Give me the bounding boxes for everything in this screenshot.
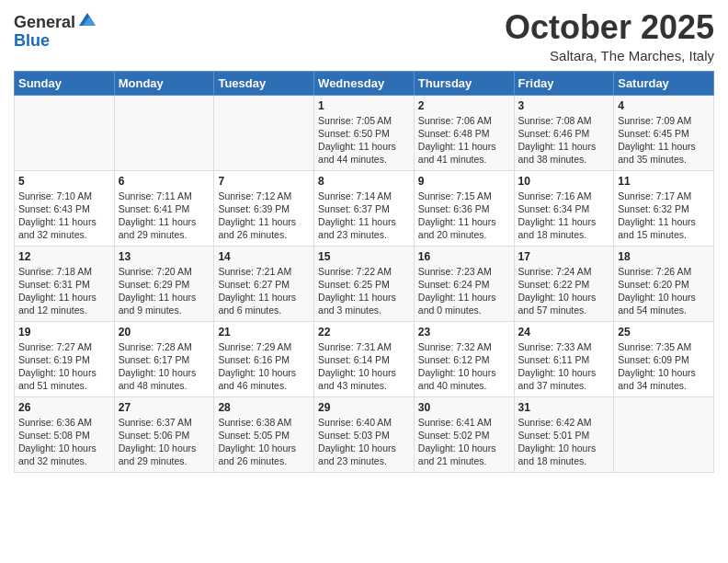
col-saturday: Saturday <box>614 71 714 95</box>
day-info: Sunrise: 7:23 AM Sunset: 6:24 PM Dayligh… <box>418 265 510 317</box>
day-info: Sunrise: 7:05 AM Sunset: 6:50 PM Dayligh… <box>318 114 410 167</box>
calendar-week-3: 19Sunrise: 7:27 AM Sunset: 6:19 PM Dayli… <box>15 321 714 396</box>
calendar-cell <box>15 95 115 170</box>
calendar-cell: 31Sunrise: 6:42 AM Sunset: 5:01 PM Dayli… <box>514 396 614 472</box>
calendar-cell: 23Sunrise: 7:32 AM Sunset: 6:12 PM Dayli… <box>414 321 514 396</box>
calendar-cell: 20Sunrise: 7:28 AM Sunset: 6:17 PM Dayli… <box>114 321 214 396</box>
day-number: 22 <box>318 326 410 339</box>
day-info: Sunrise: 7:17 AM Sunset: 6:32 PM Dayligh… <box>618 190 710 242</box>
day-info: Sunrise: 6:37 AM Sunset: 5:06 PM Dayligh… <box>119 416 210 468</box>
day-info: Sunrise: 7:20 AM Sunset: 6:29 PM Dayligh… <box>119 265 210 317</box>
day-info: Sunrise: 7:15 AM Sunset: 6:36 PM Dayligh… <box>418 190 510 242</box>
day-info: Sunrise: 7:35 AM Sunset: 6:09 PM Dayligh… <box>618 340 710 393</box>
day-info: Sunrise: 7:29 AM Sunset: 6:16 PM Dayligh… <box>218 340 310 393</box>
calendar-cell: 15Sunrise: 7:22 AM Sunset: 6:25 PM Dayli… <box>314 246 415 321</box>
calendar-cell: 16Sunrise: 7:23 AM Sunset: 6:24 PM Dayli… <box>414 246 514 321</box>
day-number: 24 <box>518 326 610 339</box>
day-number: 10 <box>518 175 610 188</box>
calendar-week-1: 5Sunrise: 7:10 AM Sunset: 6:43 PM Daylig… <box>15 170 714 246</box>
calendar-cell: 14Sunrise: 7:21 AM Sunset: 6:27 PM Dayli… <box>214 246 314 321</box>
col-monday: Monday <box>114 71 214 95</box>
calendar-cell: 9Sunrise: 7:15 AM Sunset: 6:36 PM Daylig… <box>414 170 514 246</box>
day-info: Sunrise: 7:11 AM Sunset: 6:41 PM Dayligh… <box>119 190 210 242</box>
day-number: 29 <box>318 401 410 414</box>
day-info: Sunrise: 6:38 AM Sunset: 5:05 PM Dayligh… <box>218 416 310 468</box>
day-info: Sunrise: 7:24 AM Sunset: 6:22 PM Dayligh… <box>518 265 610 317</box>
calendar-cell: 6Sunrise: 7:11 AM Sunset: 6:41 PM Daylig… <box>114 170 214 246</box>
col-sunday: Sunday <box>15 71 115 95</box>
day-number: 3 <box>518 99 610 112</box>
day-info: Sunrise: 7:08 AM Sunset: 6:46 PM Dayligh… <box>518 114 610 167</box>
day-info: Sunrise: 7:18 AM Sunset: 6:31 PM Dayligh… <box>18 265 110 317</box>
day-number: 18 <box>618 250 710 263</box>
day-number: 5 <box>18 175 110 188</box>
calendar-cell: 18Sunrise: 7:26 AM Sunset: 6:20 PM Dayli… <box>614 246 714 321</box>
day-number: 2 <box>418 99 510 112</box>
day-info: Sunrise: 7:26 AM Sunset: 6:20 PM Dayligh… <box>618 265 710 317</box>
calendar-cell: 5Sunrise: 7:10 AM Sunset: 6:43 PM Daylig… <box>15 170 115 246</box>
col-wednesday: Wednesday <box>314 71 415 95</box>
calendar-cell: 19Sunrise: 7:27 AM Sunset: 6:19 PM Dayli… <box>15 321 115 396</box>
calendar-week-4: 26Sunrise: 6:36 AM Sunset: 5:08 PM Dayli… <box>15 396 714 472</box>
calendar-cell: 29Sunrise: 6:40 AM Sunset: 5:03 PM Dayli… <box>314 396 415 472</box>
calendar-cell: 7Sunrise: 7:12 AM Sunset: 6:39 PM Daylig… <box>214 170 314 246</box>
calendar-cell: 13Sunrise: 7:20 AM Sunset: 6:29 PM Dayli… <box>114 246 214 321</box>
col-thursday: Thursday <box>414 71 514 95</box>
day-number: 19 <box>18 326 110 339</box>
calendar-cell <box>614 396 714 472</box>
calendar-cell: 17Sunrise: 7:24 AM Sunset: 6:22 PM Dayli… <box>514 246 614 321</box>
day-info: Sunrise: 7:32 AM Sunset: 6:12 PM Dayligh… <box>418 340 510 393</box>
logo-icon <box>77 9 97 29</box>
calendar-cell: 4Sunrise: 7:09 AM Sunset: 6:45 PM Daylig… <box>614 95 714 170</box>
day-number: 28 <box>218 401 310 414</box>
day-info: Sunrise: 7:28 AM Sunset: 6:17 PM Dayligh… <box>119 340 210 393</box>
calendar-cell: 26Sunrise: 6:36 AM Sunset: 5:08 PM Dayli… <box>15 396 115 472</box>
day-number: 27 <box>119 401 210 414</box>
month-title: October 2025 <box>505 9 714 46</box>
day-info: Sunrise: 7:16 AM Sunset: 6:34 PM Dayligh… <box>518 190 610 242</box>
day-info: Sunrise: 7:06 AM Sunset: 6:48 PM Dayligh… <box>418 114 510 167</box>
day-number: 1 <box>318 99 410 112</box>
day-number: 15 <box>318 250 410 263</box>
calendar-cell: 10Sunrise: 7:16 AM Sunset: 6:34 PM Dayli… <box>514 170 614 246</box>
title-block: October 2025 Saltara, The Marches, Italy <box>505 9 714 63</box>
calendar-cell: 1Sunrise: 7:05 AM Sunset: 6:50 PM Daylig… <box>314 95 415 170</box>
day-info: Sunrise: 7:33 AM Sunset: 6:11 PM Dayligh… <box>518 340 610 393</box>
calendar-week-2: 12Sunrise: 7:18 AM Sunset: 6:31 PM Dayli… <box>15 246 714 321</box>
day-number: 20 <box>119 326 210 339</box>
day-number: 9 <box>418 175 510 188</box>
day-info: Sunrise: 7:12 AM Sunset: 6:39 PM Dayligh… <box>218 190 310 242</box>
calendar-cell <box>214 95 314 170</box>
day-number: 26 <box>18 401 110 414</box>
day-info: Sunrise: 6:40 AM Sunset: 5:03 PM Dayligh… <box>318 416 410 468</box>
day-number: 21 <box>218 326 310 339</box>
calendar-cell: 11Sunrise: 7:17 AM Sunset: 6:32 PM Dayli… <box>614 170 714 246</box>
day-number: 6 <box>119 175 210 188</box>
day-info: Sunrise: 6:41 AM Sunset: 5:02 PM Dayligh… <box>418 416 510 468</box>
day-number: 11 <box>618 175 710 188</box>
calendar-cell: 30Sunrise: 6:41 AM Sunset: 5:02 PM Dayli… <box>414 396 514 472</box>
day-info: Sunrise: 7:10 AM Sunset: 6:43 PM Dayligh… <box>18 190 110 242</box>
day-number: 13 <box>119 250 210 263</box>
day-number: 23 <box>418 326 510 339</box>
day-number: 16 <box>418 250 510 263</box>
day-info: Sunrise: 7:27 AM Sunset: 6:19 PM Dayligh… <box>18 340 110 393</box>
day-info: Sunrise: 7:22 AM Sunset: 6:25 PM Dayligh… <box>318 265 410 317</box>
day-number: 14 <box>218 250 310 263</box>
calendar-cell: 3Sunrise: 7:08 AM Sunset: 6:46 PM Daylig… <box>514 95 614 170</box>
header: General Blue October 2025 Saltara, The M… <box>14 9 714 63</box>
day-info: Sunrise: 7:09 AM Sunset: 6:45 PM Dayligh… <box>618 114 710 167</box>
col-friday: Friday <box>514 71 614 95</box>
page-container: General Blue October 2025 Saltara, The M… <box>0 0 728 487</box>
calendar-cell: 28Sunrise: 6:38 AM Sunset: 5:05 PM Dayli… <box>214 396 314 472</box>
calendar-cell: 12Sunrise: 7:18 AM Sunset: 6:31 PM Dayli… <box>15 246 115 321</box>
day-number: 31 <box>518 401 610 414</box>
day-number: 4 <box>618 99 710 112</box>
calendar-cell: 8Sunrise: 7:14 AM Sunset: 6:37 PM Daylig… <box>314 170 415 246</box>
day-number: 12 <box>18 250 110 263</box>
subtitle: Saltara, The Marches, Italy <box>505 48 714 63</box>
day-info: Sunrise: 7:21 AM Sunset: 6:27 PM Dayligh… <box>218 265 310 317</box>
calendar-week-0: 1Sunrise: 7:05 AM Sunset: 6:50 PM Daylig… <box>15 95 714 170</box>
logo-blue: Blue <box>14 31 50 50</box>
calendar-cell: 2Sunrise: 7:06 AM Sunset: 6:48 PM Daylig… <box>414 95 514 170</box>
